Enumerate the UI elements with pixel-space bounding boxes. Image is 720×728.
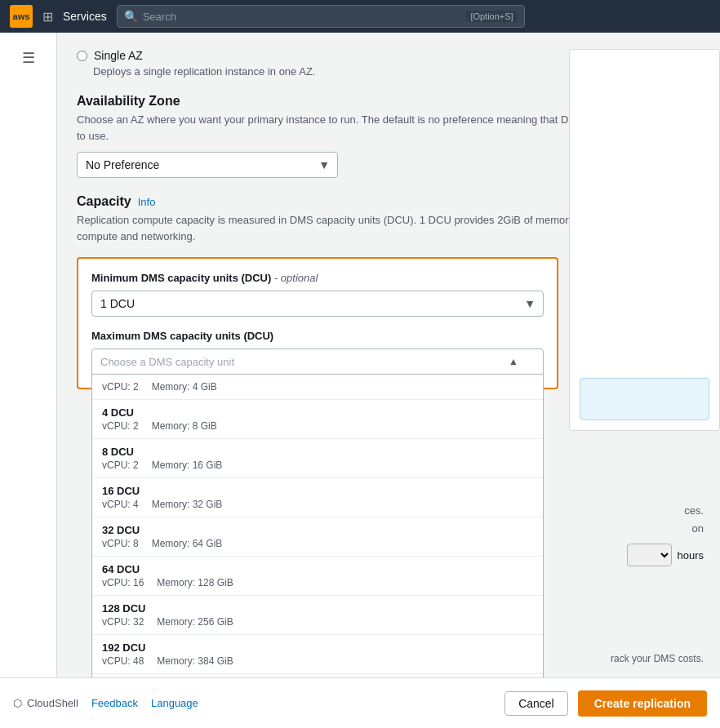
list-item[interactable]: 16 DCU vCPU: 4 Memory: 32 GiB bbox=[92, 478, 543, 517]
search-icon: 🔍 bbox=[124, 10, 138, 23]
bottom-right: Cancel Create replication bbox=[504, 690, 707, 717]
list-item[interactable]: 32 DCU vCPU: 8 Memory: 64 GiB bbox=[92, 517, 543, 557]
min-dcu-select[interactable]: 1 DCU 2 DCU 4 DCU 8 DCU bbox=[91, 291, 544, 317]
hours-row: hours bbox=[627, 544, 704, 566]
dcu-name-192: 192 DCU bbox=[102, 641, 533, 654]
vcpu-8: vCPU: 2 bbox=[102, 459, 139, 471]
min-dcu-optional: - optional bbox=[274, 272, 318, 284]
dcu-name-64: 64 DCU bbox=[102, 563, 533, 575]
bottom-bar: ⬡ CloudShell Feedback Language Cancel Cr… bbox=[0, 677, 720, 728]
list-item[interactable]: 128 DCU vCPU: 32 Memory: 256 GiB bbox=[92, 596, 543, 635]
dcu-name-128: 128 DCU bbox=[102, 602, 533, 615]
search-bar: 🔍 [Option+S] bbox=[117, 5, 525, 28]
list-item[interactable]: vCPU: 2 Memory: 4 GiB bbox=[92, 375, 543, 400]
on-text: on bbox=[692, 522, 704, 535]
memory-128: Memory: 256 GiB bbox=[157, 616, 233, 628]
vcpu-4: vCPU: 2 bbox=[102, 420, 139, 432]
dcu-specs-16: vCPU: 4 Memory: 32 GiB bbox=[102, 499, 533, 510]
feedback-link[interactable]: Feedback bbox=[91, 697, 138, 709]
right-panel bbox=[569, 49, 720, 431]
top-nav: aws ⊞ Services 🔍 [Option+S] bbox=[0, 0, 720, 33]
list-item[interactable]: 64 DCU vCPU: 16 Memory: 128 GiB bbox=[92, 557, 543, 596]
create-replication-button[interactable]: Create replication bbox=[578, 690, 707, 717]
dcu-specs-8: vCPU: 2 Memory: 16 GiB bbox=[102, 459, 533, 471]
az-select[interactable]: No Preference us-east-1a us-east-1b us-e… bbox=[77, 152, 338, 178]
dcu-name-8: 8 DCU bbox=[102, 446, 533, 458]
max-dcu-placeholder: Choose a DMS capacity unit bbox=[100, 356, 234, 368]
dcu-name-4: 4 DCU bbox=[102, 406, 533, 419]
single-az-radio[interactable] bbox=[77, 51, 87, 61]
max-dcu-label: Maximum DMS capacity units (DCU) bbox=[91, 330, 544, 342]
main-content: Single AZ Deploys a single replication i… bbox=[57, 33, 720, 728]
min-dcu-label: Minimum DMS capacity units (DCU) - optio… bbox=[91, 272, 544, 284]
az-select-wrapper: No Preference us-east-1a us-east-1b us-e… bbox=[77, 152, 338, 178]
vcpu-32: vCPU: 8 bbox=[102, 538, 139, 549]
list-item[interactable]: 8 DCU vCPU: 2 Memory: 16 GiB bbox=[92, 439, 543, 478]
vcpu-0: vCPU: 2 bbox=[102, 381, 139, 393]
grid-icon[interactable]: ⊞ bbox=[42, 9, 53, 24]
cloudshell-icon: ⬡ bbox=[13, 697, 22, 709]
shortcut-badge: [Option+S] bbox=[466, 11, 517, 22]
dcu-name-32: 32 DCU bbox=[102, 524, 533, 536]
capacity-section-label: Capacity bbox=[77, 194, 131, 209]
hours-label: hours bbox=[677, 549, 704, 562]
dcu-specs-64: vCPU: 16 Memory: 128 GiB bbox=[102, 577, 533, 588]
vcpu-128: vCPU: 32 bbox=[102, 616, 144, 628]
sidebar: ☰ bbox=[0, 33, 57, 728]
memory-8: Memory: 16 GiB bbox=[152, 459, 223, 471]
single-az-label: Single AZ bbox=[94, 49, 143, 62]
language-button[interactable]: Language bbox=[151, 697, 198, 709]
dcu-name-16: 16 DCU bbox=[102, 485, 533, 497]
min-dcu-select-wrapper: 1 DCU 2 DCU 4 DCU 8 DCU ▼ bbox=[91, 291, 544, 317]
hamburger-icon[interactable]: ☰ bbox=[16, 42, 42, 73]
capacity-info-link[interactable]: Info bbox=[138, 196, 156, 208]
aws-logo: aws bbox=[10, 5, 33, 28]
memory-4: Memory: 8 GiB bbox=[152, 420, 217, 432]
bottom-left: ⬡ CloudShell Feedback Language bbox=[13, 697, 198, 709]
list-item[interactable]: 192 DCU vCPU: 48 Memory: 384 GiB bbox=[92, 635, 543, 674]
dcu-specs-128: vCPU: 32 Memory: 256 GiB bbox=[102, 616, 533, 628]
max-dcu-trigger[interactable]: Choose a DMS capacity unit ▲ bbox=[91, 348, 544, 375]
max-dcu-dropdown-container: Choose a DMS capacity unit ▲ vCPU: 2 Mem… bbox=[91, 348, 544, 375]
list-item[interactable]: 4 DCU vCPU: 2 Memory: 8 GiB bbox=[92, 400, 543, 439]
memory-0: Memory: 4 GiB bbox=[152, 381, 217, 393]
memory-64: Memory: 128 GiB bbox=[157, 577, 233, 588]
services-link[interactable]: Services bbox=[63, 10, 107, 23]
vcpu-192: vCPU: 48 bbox=[102, 655, 144, 667]
cloudshell-button[interactable]: ⬡ CloudShell bbox=[13, 697, 78, 709]
dcu-box: Minimum DMS capacity units (DCU) - optio… bbox=[77, 257, 558, 389]
dcu-specs-192: vCPU: 48 Memory: 384 GiB bbox=[102, 655, 533, 667]
ces-text: ces. bbox=[684, 504, 704, 517]
cloudshell-label: CloudShell bbox=[27, 697, 78, 709]
dcu-specs-0: vCPU: 2 Memory: 4 GiB bbox=[102, 381, 533, 393]
search-input[interactable] bbox=[143, 11, 462, 23]
cancel-button[interactable]: Cancel bbox=[504, 691, 568, 716]
vcpu-16: vCPU: 4 bbox=[102, 499, 139, 510]
memory-16: Memory: 32 GiB bbox=[152, 499, 223, 510]
memory-192: Memory: 384 GiB bbox=[157, 655, 233, 667]
memory-32: Memory: 64 GiB bbox=[152, 538, 223, 549]
right-panel-highlight bbox=[580, 378, 709, 420]
max-dcu-dropdown-list: vCPU: 2 Memory: 4 GiB 4 DCU vCPU: 2 Memo… bbox=[91, 375, 544, 728]
hours-select[interactable] bbox=[627, 544, 672, 566]
vcpu-64: vCPU: 16 bbox=[102, 577, 144, 588]
dcu-specs-4: vCPU: 2 Memory: 8 GiB bbox=[102, 420, 533, 432]
dcu-specs-32: vCPU: 8 Memory: 64 GiB bbox=[102, 538, 533, 549]
max-dcu-chevron-up: ▲ bbox=[509, 356, 518, 367]
aws-logo-box: aws bbox=[10, 5, 33, 28]
track-text: rack your DMS costs. bbox=[611, 651, 704, 666]
